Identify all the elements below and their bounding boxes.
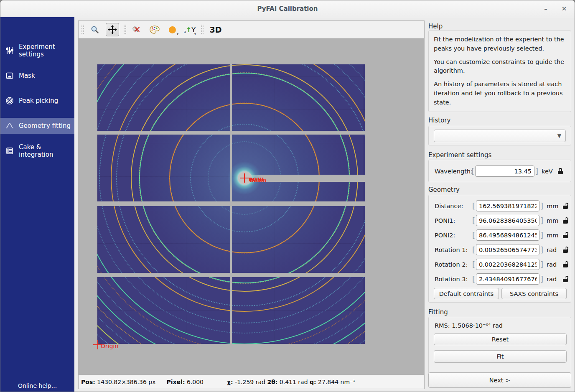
sidebar-item-geometry-fitting[interactable]: Geometry fitting: [0, 118, 74, 134]
sliders-icon: [5, 46, 14, 55]
pos-label: Pos:: [81, 379, 95, 385]
pan-tool-button[interactable]: [106, 23, 119, 36]
toolbar-grip-handle[interactable]: [201, 24, 204, 35]
rms-unit: rad: [493, 322, 503, 329]
dropdown-caret-icon: ▾: [194, 32, 196, 36]
lock-icon[interactable]: [562, 203, 568, 209]
sidebar-item-cake-integration[interactable]: Cake & integration: [0, 143, 74, 159]
marker-style-button[interactable]: ▾: [165, 23, 179, 36]
mask-icon: [5, 71, 14, 80]
poni2-field[interactable]: [476, 229, 539, 241]
lock-icon[interactable]: [562, 247, 568, 253]
rotation3-unit: rad: [547, 276, 560, 283]
beam-marker-label: Beam: [249, 177, 267, 183]
help-paragraph: You can customize constraints to guide t…: [434, 58, 566, 76]
lock-icon[interactable]: [562, 276, 568, 282]
reset-button[interactable]: Reset: [434, 333, 567, 345]
diffraction-image-canvas[interactable]: PONI Beam Origin: [79, 38, 424, 375]
saxs-constraints-button[interactable]: SAXS contraints: [501, 288, 567, 299]
minimize-button[interactable]: –: [540, 4, 551, 14]
red-x-icon: ✕: [133, 25, 141, 34]
integration-list-icon: [5, 147, 14, 155]
sidebar-item-experiment-settings[interactable]: Experiment settings: [0, 43, 74, 59]
detector-image: PONI Beam: [97, 64, 365, 344]
lock-icon[interactable]: [562, 217, 568, 224]
beamstop-arm: [253, 175, 365, 182]
constraint-bracket: ]: [539, 231, 544, 239]
poni1-unit: mm: [547, 217, 560, 224]
pos-value: 1430.82×386.36 px: [97, 379, 155, 385]
two-theta-value: 0.411 rad: [280, 379, 308, 385]
zoom-tool-button[interactable]: [88, 23, 102, 36]
rotation2-unit: rad: [547, 261, 560, 268]
constraint-bracket: [: [471, 201, 476, 210]
poni1-row: PONI1: [ ] mm: [435, 215, 568, 226]
fitting-section-title: Fitting: [428, 308, 448, 316]
rotation1-label: Rotation 1:: [435, 247, 471, 253]
pyfai-calibration-window: PyFAI Calibration – ✕ Experiment setting…: [0, 0, 575, 392]
module-gap-horizontal: [97, 131, 365, 135]
statusbar: Pos: 1430.82×386.36 px Pixel: 6.000 χ: -…: [79, 375, 424, 389]
sidebar-item-peak-picking[interactable]: Peak picking: [0, 93, 74, 109]
wavelength-unit: keV: [542, 168, 555, 175]
rotation2-field[interactable]: [476, 259, 539, 270]
beam-center-cross-icon: [240, 173, 249, 183]
history-dropdown[interactable]: ▼: [434, 130, 566, 142]
close-button[interactable]: ✕: [559, 4, 570, 14]
move-arrows-icon: [107, 25, 117, 35]
poni2-row: PONI2: [ ] mm: [435, 229, 568, 241]
distance-field[interactable]: [476, 200, 539, 211]
rotation1-field[interactable]: [476, 244, 539, 255]
fit-button[interactable]: Fit: [434, 350, 567, 363]
rotation1-row: Rotation 1: [ ] rad: [435, 244, 568, 255]
default-constraints-button[interactable]: Default contraints: [434, 288, 499, 299]
online-help-link[interactable]: Online help...: [0, 382, 74, 389]
two-theta-label: 2θ:: [267, 379, 277, 385]
poni1-field[interactable]: [476, 215, 539, 226]
toolbar-grip-handle[interactable]: [123, 24, 126, 35]
sidebar-item-mask[interactable]: Mask: [0, 68, 74, 84]
constraint-bracket: [: [471, 231, 476, 239]
constraint-bracket: ]: [539, 275, 544, 283]
rotation1-unit: rad: [547, 247, 560, 253]
rms-value: 1.5068·10⁻⁰⁴: [452, 322, 491, 329]
module-gap-horizontal: [97, 273, 365, 277]
experiment-box: Wavelength: [ ] keV: [428, 160, 571, 182]
constraint-bracket: [: [471, 260, 476, 269]
q-label: q:: [310, 379, 316, 385]
poni1-label: PONI1:: [435, 217, 471, 224]
lock-icon[interactable]: [562, 261, 568, 267]
y-axis-orientation-button[interactable]: a↑Y ▾: [183, 23, 196, 36]
next-button[interactable]: Next >: [428, 372, 571, 388]
constraint-bracket: ]: [539, 245, 544, 254]
settings-panel: Help Fit the modelization of the experie…: [425, 17, 575, 392]
sidebar: Experiment settings Mask Peak picking Ge…: [0, 17, 74, 392]
toolbar-grip-handle[interactable]: [81, 24, 84, 35]
chi-value: -1.259 rad: [235, 379, 265, 385]
history-section-title: History: [428, 117, 450, 124]
experiment-section-title: Experiment settings: [428, 151, 491, 159]
reset-zoom-button[interactable]: ✕: [130, 23, 144, 36]
geometry-box: Distance: [ ] mm PONI1: [ ] mm PONI2: [ …: [428, 195, 571, 303]
constraint-bracket: [: [471, 216, 476, 225]
3d-view-button[interactable]: 3D: [208, 23, 224, 36]
wavelength-field[interactable]: [475, 165, 534, 177]
chevron-down-icon: ▼: [557, 133, 561, 139]
help-section-title: Help: [428, 23, 443, 30]
rotation3-field[interactable]: [476, 273, 539, 285]
fitting-box: RMS: 1.5068·10⁻⁰⁴ rad Reset Fit: [428, 317, 571, 374]
distance-unit: mm: [547, 203, 560, 209]
origin-label: Origin: [101, 343, 118, 349]
plot-toolbar: ✕ ▾ a↑Y ▾ 3D: [79, 21, 424, 38]
help-paragraph: An history of parameters is stored at ea…: [434, 80, 566, 107]
gaussian-peak-icon: [5, 122, 14, 130]
sidebar-item-label: Mask: [19, 72, 35, 79]
chi-label: χ:: [227, 379, 233, 385]
geometry-section-title: Geometry: [428, 186, 460, 193]
magnifier-icon: [90, 25, 99, 34]
lock-icon[interactable]: [557, 168, 563, 174]
lock-icon[interactable]: [562, 232, 568, 238]
constraint-bracket: ]: [539, 216, 544, 225]
concentric-rings-icon: [5, 97, 14, 105]
colormap-button[interactable]: [148, 23, 161, 36]
